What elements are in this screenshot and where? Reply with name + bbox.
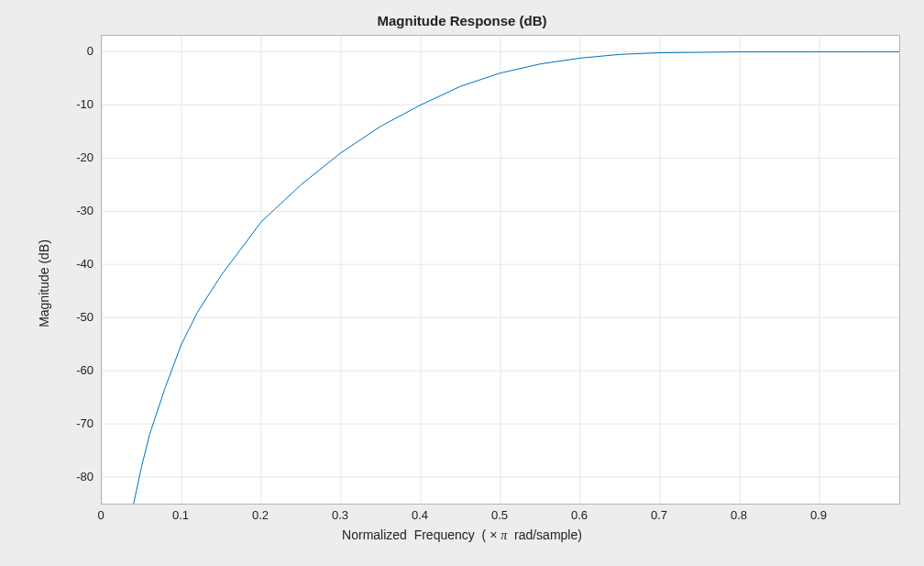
x-tick-label: 0.8 xyxy=(731,508,747,522)
y-tick-label: -20 xyxy=(57,150,94,164)
y-tick-label: -40 xyxy=(57,257,94,271)
chart-title: Magnitude Response (dB) xyxy=(0,13,924,28)
plot-svg xyxy=(102,36,899,504)
matlab-figure: Magnitude Response (dB) Magnitude (dB) N… xyxy=(0,0,924,566)
axes xyxy=(101,35,898,503)
x-tick-label: 0.3 xyxy=(332,508,348,522)
xlabel-prefix: Normalized Frequency ( × xyxy=(342,527,500,542)
series-line xyxy=(134,51,899,504)
x-tick-label: 0.6 xyxy=(571,508,588,522)
x-tick-label: 0.5 xyxy=(491,508,508,522)
x-tick-label: 0.4 xyxy=(412,508,428,522)
plot-area xyxy=(101,35,900,505)
y-tick-label: -80 xyxy=(57,470,94,483)
xlabel-suffix: rad/sample) xyxy=(507,527,582,542)
y-tick-label: -30 xyxy=(57,204,94,217)
y-tick-label: -10 xyxy=(57,97,94,111)
x-tick-label: 0.1 xyxy=(172,508,189,522)
x-axis-label: Normalized Frequency ( × π rad/sample) xyxy=(0,527,924,543)
y-axis-label: Magnitude (dB) xyxy=(37,239,51,327)
y-tick-label: -60 xyxy=(57,363,94,377)
x-tick-label: 0.9 xyxy=(810,508,827,522)
y-tick-label: 0 xyxy=(57,44,94,58)
grid xyxy=(102,36,899,504)
y-tick-label: -70 xyxy=(57,416,94,430)
y-tick-label: -50 xyxy=(57,310,94,324)
x-tick-label: 0 xyxy=(97,508,104,522)
x-tick-label: 0.2 xyxy=(252,508,269,522)
x-tick-label: 0.7 xyxy=(651,508,667,522)
